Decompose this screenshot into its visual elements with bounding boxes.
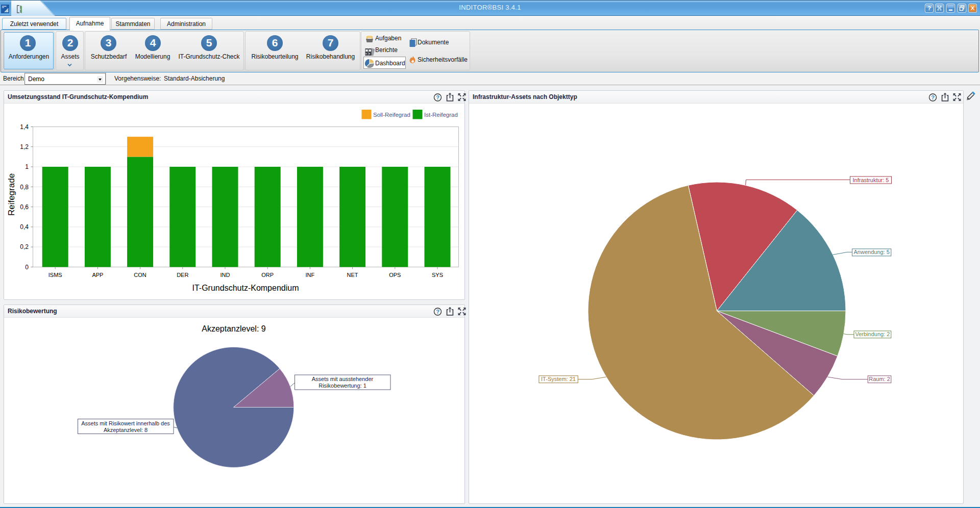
svg-text:0,6: 0,6 <box>20 204 29 211</box>
svg-text:APP: APP <box>92 272 103 278</box>
svg-text:0,2: 0,2 <box>20 243 29 250</box>
svg-text:CON: CON <box>134 272 146 278</box>
svg-text:Soll-Reifegrad: Soll-Reifegrad <box>373 112 410 118</box>
svg-text:1: 1 <box>25 163 29 170</box>
svg-text:?: ? <box>436 94 439 100</box>
svg-text:0,4: 0,4 <box>20 223 29 231</box>
svg-text:?: ? <box>931 94 935 100</box>
svg-text:SYS: SYS <box>432 272 443 278</box>
svg-text:OPS: OPS <box>389 272 401 278</box>
svg-text:NET: NET <box>347 272 358 278</box>
svg-text:Anwendung: 5: Anwendung: 5 <box>854 249 890 255</box>
svg-text:IT-System: 21: IT-System: 21 <box>541 376 576 382</box>
svg-text:Risikobewertung: 1: Risikobewertung: 1 <box>318 383 366 389</box>
svg-text:ORP: ORP <box>261 272 274 278</box>
svg-text:Reifegrade: Reifegrade <box>7 173 16 216</box>
svg-text:Akzeptanzlevel: 9: Akzeptanzlevel: 9 <box>202 324 266 333</box>
svg-text:Raum: 2: Raum: 2 <box>869 376 890 382</box>
svg-text:DER: DER <box>177 272 188 278</box>
svg-text:Verbindung: 2: Verbindung: 2 <box>855 331 890 337</box>
svg-text:0: 0 <box>25 264 29 271</box>
svg-text:INF: INF <box>306 272 315 278</box>
svg-text:IT-Grundschutz-Kompendium: IT-Grundschutz-Kompendium <box>192 284 299 292</box>
svg-text:Akzeptanzlevel: 8: Akzeptanzlevel: 8 <box>104 427 148 433</box>
svg-text:Infrastruktur: 5: Infrastruktur: 5 <box>853 177 889 183</box>
svg-text:?: ? <box>436 309 439 315</box>
svg-text:Ist-Reifegrad: Ist-Reifegrad <box>424 112 458 118</box>
svg-text:ISMS: ISMS <box>48 272 62 278</box>
svg-text:?: ? <box>927 5 931 11</box>
svg-text:1,4: 1,4 <box>20 123 29 131</box>
svg-text:Assets mit Risikowert innerhal: Assets mit Risikowert innerhalb des <box>81 420 170 426</box>
svg-text:IND: IND <box>220 272 230 278</box>
svg-text:Assets mit ausstehender: Assets mit ausstehender <box>312 376 374 382</box>
svg-text:1,2: 1,2 <box>20 143 29 150</box>
svg-text:0,8: 0,8 <box>20 184 29 191</box>
